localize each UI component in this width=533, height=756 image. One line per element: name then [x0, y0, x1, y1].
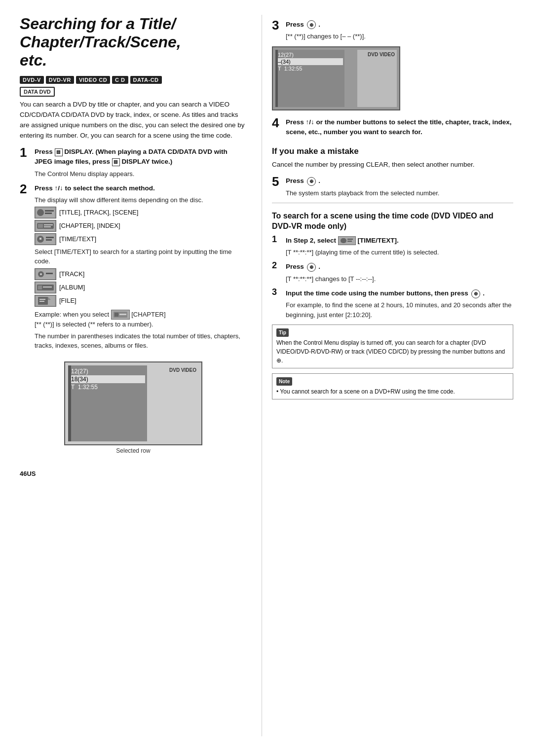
icon-row-title: [TITLE], [TRACK], [SCENE]: [35, 207, 247, 218]
page-title: Searching for a Title/Chapter/Track/Scen…: [20, 15, 247, 69]
step-1: 1 Press ▤ DISPLAY. (When playing a DATA …: [20, 147, 247, 179]
svg-rect-20: [38, 286, 42, 289]
step-2: 2 Press ↑/↓ to select the search method.…: [20, 183, 247, 351]
scene-step-2-desc: [T **:**:**] changes to [T --:--:--].: [286, 274, 513, 284]
svg-rect-29: [114, 313, 118, 317]
badge-datacd: DATA-CD: [130, 76, 162, 84]
step-5-number: 5: [272, 175, 286, 188]
scene-step-1-number: 1: [272, 235, 286, 244]
tip-text: When the Control Menu display is turned …: [276, 338, 509, 365]
badge-dvdv: DVD-V: [20, 76, 44, 84]
svg-rect-6: [38, 224, 43, 228]
step-1-desc: The Control Menu display appears.: [35, 169, 247, 179]
selected-text: [** (**)] is selected (** refers to a nu…: [35, 320, 247, 329]
badge-cd: C D: [112, 76, 128, 84]
step-3-content: Press ⊕ . [** (**)] changes to [– – (**)…: [286, 20, 513, 41]
right-column: 3 Press ⊕ . [** (**)] changes to [– – (*…: [262, 15, 513, 736]
svg-rect-25: [39, 299, 45, 300]
icon-track: [35, 268, 56, 280]
tip-label: Tip: [276, 328, 289, 337]
scene-step-3: 3 Input the time code using the number b…: [272, 288, 513, 320]
svg-rect-34: [347, 241, 352, 242]
label-chapter-index: [CHAPTER], [INDEX]: [59, 222, 120, 229]
step-2-title: Press ↑/↓ to select the search method.: [35, 183, 247, 193]
icon-row-album: [ALBUM]: [35, 282, 247, 293]
scene-step-2-number: 2: [272, 261, 286, 270]
tip-box: Tip When the Control Menu display is tur…: [272, 324, 513, 368]
label-timetext: [TIME/TEXT]: [59, 235, 96, 243]
left-column: Searching for a Title/Chapter/Track/Scen…: [20, 15, 262, 736]
badge-dvdvr: DVD-VR: [46, 76, 74, 84]
svg-rect-17: [46, 273, 53, 274]
note-label: Note: [276, 377, 292, 386]
step-3-number: 3: [272, 19, 286, 32]
label-track: [TRACK]: [59, 270, 84, 278]
svg-rect-12: [46, 237, 54, 238]
svg-rect-8: [44, 226, 51, 227]
scene-step-1-desc: [T **:**:**] (playing time of the curren…: [286, 248, 513, 257]
format-badges: DVD-V DVD-VR VIDEO CD C D DATA-CD: [20, 76, 247, 84]
svg-rect-32: [341, 238, 346, 243]
step-3-right: 3 Press ⊕ . [** (**)] changes to [– – (*…: [272, 20, 513, 41]
label-title-track-scene: [TITLE], [TRACK], [SCENE]: [59, 209, 138, 216]
page-number: 46US: [20, 470, 247, 477]
example-text: Example: when you select [CHAPTER]: [35, 310, 247, 320]
note-text: • You cannot search for a scene on a DVD…: [276, 387, 509, 396]
step-1-title: Press ▤ DISPLAY. (When playing a DATA CD…: [35, 147, 247, 167]
scene-step-1-content: In Step 2, select [TIME/TEXT]. [T **:**:…: [286, 236, 513, 257]
step-5-title: Press ⊕ .: [286, 176, 513, 186]
step-2-number: 2: [20, 182, 35, 195]
step-2-desc: The display will show different items de…: [35, 195, 247, 205]
section-divider: [272, 203, 513, 203]
note-box: Note • You cannot search for a scene on …: [272, 373, 513, 399]
page-container: Searching for a Title/Chapter/Track/Scen…: [0, 0, 533, 756]
screen2-label: DVD VIDEO: [368, 52, 395, 57]
step-5-right: 5 Press ⊕ . The system starts playback f…: [272, 176, 513, 198]
step-5-content: Press ⊕ . The system starts playback fro…: [286, 176, 513, 198]
step-4-right: 4 Press ↑/↓ or the number buttons to sel…: [272, 117, 513, 140]
mistake-section: If you make a mistake Cancel the number …: [272, 146, 513, 170]
screen1-caption: Selected row: [116, 447, 150, 454]
badge-videocd: VIDEO CD: [76, 76, 110, 84]
enter-button-icon-2: ⊕: [307, 177, 316, 186]
icon-row-file: [FILE]: [35, 295, 247, 307]
screen-mockup-2-container: 12(27) –(34) T 1:32:55 DVD VIDEO: [272, 46, 513, 110]
label-album: [ALBUM]: [59, 284, 85, 291]
step-4-number: 4: [272, 116, 286, 129]
step-1-number: 1: [20, 146, 35, 159]
scene-step-2-content: Press ⊕ . [T **:**:**] changes to [T --:…: [286, 262, 513, 284]
screen-mockup-2: 12(27) –(34) T 1:32:55 DVD VIDEO: [272, 46, 400, 110]
icon-title-track-scene: [35, 207, 56, 218]
format-badges-2: DATA DVD: [20, 87, 247, 97]
icon-row-chapter: [CHAPTER], [INDEX]: [35, 220, 247, 232]
scene-step-1: 1 In Step 2, select [TIME/TEXT]. [T **:*…: [272, 236, 513, 257]
icon-timetext: [35, 233, 56, 245]
svg-rect-1: [37, 209, 44, 216]
step-3-desc: [** (**)] changes to [– – (**)].: [286, 32, 513, 41]
enter-button-icon-4: ⊕: [471, 289, 480, 298]
scene-step-3-content: Input the time code using the number but…: [286, 288, 513, 320]
svg-rect-21: [43, 287, 52, 288]
icon-chapter-index: [35, 220, 56, 232]
scene-step-2-title: Press ⊕ .: [286, 262, 513, 272]
svg-rect-11: [39, 238, 41, 240]
icon-album: [35, 282, 56, 293]
step-4-title: Press ↑/↓ or the number buttons to selec…: [286, 117, 513, 138]
svg-point-16: [40, 273, 42, 275]
mistake-desc: Cancel the number by pressing CLEAR, the…: [272, 160, 513, 170]
svg-rect-7: [44, 224, 53, 225]
step-1-content: Press ▤ DISPLAY. (When playing a DATA CD…: [35, 147, 247, 179]
intro-text: You can search a DVD by title or chapter…: [20, 100, 247, 141]
svg-rect-3: [45, 213, 52, 214]
icon-row-track: [TRACK]: [35, 268, 247, 280]
enter-button-icon: ⊕: [307, 20, 316, 29]
svg-rect-33: [347, 239, 353, 240]
step-4-content: Press ↑/↓ or the number buttons to selec…: [286, 117, 513, 140]
svg-rect-26: [39, 301, 44, 302]
svg-rect-13: [46, 239, 52, 241]
svg-rect-30: [119, 314, 126, 315]
step-5-desc: The system starts playback from the sele…: [286, 188, 513, 198]
step-2-content: Press ↑/↓ to select the search method. T…: [35, 183, 247, 351]
time-text-desc: Select [TIME/TEXT] to search for a start…: [35, 247, 247, 266]
step-3-title: Press ⊕ .: [286, 20, 513, 30]
